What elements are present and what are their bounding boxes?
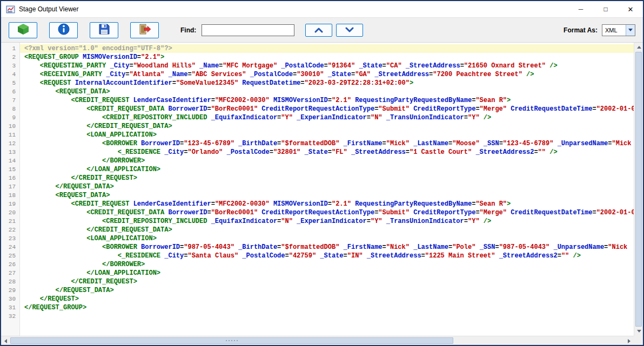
- xml-editor: 1234567891011121314151617181920212223242…: [1, 43, 634, 336]
- stage-output-viewer-window: Stage Output Viewer ─ □ ✕: [0, 0, 644, 346]
- code-line[interactable]: </REQUEST>: [20, 295, 634, 303]
- code-line[interactable]: <REQUESTING_PARTY _City="Woodland Hills"…: [20, 62, 634, 70]
- scroll-up-button[interactable]: [634, 43, 643, 52]
- line-number: 24: [1, 243, 16, 252]
- code-line[interactable]: [20, 312, 634, 321]
- line-number: 5: [1, 79, 16, 87]
- line-number: 13: [1, 148, 16, 157]
- code-line[interactable]: </CREDIT_REQUEST_DATA>: [20, 122, 634, 131]
- code-line[interactable]: </LOAN_APPLICATION>: [20, 165, 634, 174]
- window-controls: ─ □ ✕: [568, 1, 643, 17]
- line-number: 14: [1, 157, 16, 165]
- format-as-value: XML: [602, 25, 626, 36]
- line-number: 21: [1, 217, 16, 226]
- line-number: 9: [1, 113, 16, 122]
- code-line[interactable]: <CREDIT_REQUEST LenderCaseIdentifier="MF…: [20, 96, 634, 105]
- line-number: 26: [1, 260, 16, 269]
- code-line[interactable]: <CREDIT_REPOSITORY_INCLUDED _EquifaxIndi…: [20, 113, 634, 122]
- line-number: 27: [1, 269, 16, 277]
- code-line[interactable]: <CREDIT_REQUEST_DATA BorrowerID="BorRec0…: [20, 105, 634, 113]
- horizontal-scrollbar[interactable]: [1, 336, 634, 345]
- exit-button[interactable]: [130, 22, 159, 38]
- scroll-left-button[interactable]: [1, 336, 10, 345]
- app-icon: [6, 5, 15, 14]
- code-line[interactable]: </BORROWER>: [20, 260, 634, 269]
- window-title: Stage Output Viewer: [19, 5, 79, 13]
- line-number: 29: [1, 286, 16, 295]
- info-icon: [57, 23, 70, 38]
- minimize-button[interactable]: ─: [568, 1, 593, 17]
- code-line[interactable]: <_RESIDENCE _City="Santa Claus" _PostalC…: [20, 252, 634, 260]
- code-line[interactable]: </REQUEST_GROUP>: [20, 303, 634, 312]
- save-icon: [98, 23, 110, 37]
- code-area[interactable]: <?xml version="1.0" encoding="UTF-8"?><R…: [20, 43, 634, 336]
- line-number: 10: [1, 122, 16, 131]
- title-bar: Stage Output Viewer ─ □ ✕: [1, 1, 643, 17]
- code-line[interactable]: </CREDIT_REQUEST>: [20, 174, 634, 182]
- line-number: 22: [1, 226, 16, 234]
- scroll-right-button[interactable]: [625, 336, 634, 345]
- find-next-button[interactable]: [336, 24, 363, 37]
- line-number: 32: [1, 312, 16, 321]
- code-line[interactable]: </REQUEST_DATA>: [20, 286, 634, 295]
- horizontal-scrollbar-thumb[interactable]: [10, 337, 453, 344]
- find-input[interactable]: [202, 24, 294, 36]
- code-line[interactable]: <LOAN_APPLICATION>: [20, 131, 634, 139]
- package-icon: [17, 23, 30, 37]
- find-label: Find:: [180, 26, 196, 34]
- line-number: 25: [1, 252, 16, 260]
- save-button[interactable]: [90, 22, 118, 38]
- code-line[interactable]: </LOAN_APPLICATION>: [20, 269, 634, 277]
- line-number: 28: [1, 277, 16, 286]
- scroll-down-button[interactable]: [634, 327, 643, 336]
- editor-content: 1234567891011121314151617181920212223242…: [1, 43, 643, 345]
- line-number: 15: [1, 165, 16, 174]
- info-button[interactable]: [49, 22, 78, 38]
- code-line[interactable]: <REQUEST_DATA>: [20, 87, 634, 96]
- code-line[interactable]: </CREDIT_REQUEST_DATA>: [20, 226, 634, 234]
- code-line[interactable]: <REQUEST_DATA>: [20, 191, 634, 200]
- exit-door-icon: [138, 23, 151, 37]
- line-number: 3: [1, 62, 16, 70]
- line-number: 7: [1, 96, 16, 105]
- line-number: 6: [1, 87, 16, 96]
- line-number: 12: [1, 139, 16, 148]
- line-number: 4: [1, 70, 16, 79]
- toolbar: Find: Format As: XML: [1, 17, 643, 43]
- chevron-up-icon: [314, 25, 324, 35]
- load-button[interactable]: [9, 22, 37, 38]
- code-line[interactable]: <?xml version="1.0" encoding="UTF-8"?>: [20, 44, 634, 53]
- code-line[interactable]: </BORROWER>: [20, 157, 634, 165]
- code-line[interactable]: <_RESIDENCE _City="Orlando" _PostalCode=…: [20, 148, 634, 157]
- code-line[interactable]: </REQUEST_DATA>: [20, 182, 634, 191]
- dropdown-arrow-icon[interactable]: [626, 25, 635, 36]
- code-line[interactable]: <REQUEST InternalAccountIdentifier="Some…: [20, 79, 634, 87]
- code-line[interactable]: <BORROWER BorrowerID="123-45-6789" _Birt…: [20, 139, 634, 148]
- scrollbar-corner: [634, 336, 643, 345]
- line-numbers: 1234567891011121314151617181920212223242…: [1, 43, 20, 336]
- chevron-down-icon: [345, 25, 354, 35]
- code-line[interactable]: <RECEIVING_PARTY _City="Atlanta" _Name="…: [20, 70, 634, 79]
- vertical-scrollbar-thumb[interactable]: [635, 52, 642, 327]
- line-number: 18: [1, 191, 16, 200]
- line-number: 17: [1, 182, 16, 191]
- vertical-scrollbar[interactable]: [634, 43, 643, 336]
- code-line[interactable]: <CREDIT_REPOSITORY_INCLUDED _EquifaxIndi…: [20, 217, 634, 226]
- code-line[interactable]: <REQUEST_GROUP MISMOVersionID="2.1">: [20, 53, 634, 62]
- find-previous-button[interactable]: [305, 24, 332, 37]
- format-as-label: Format As:: [564, 26, 598, 34]
- line-number: 31: [1, 303, 16, 312]
- close-button[interactable]: ✕: [618, 1, 643, 17]
- format-as-dropdown[interactable]: XML: [602, 24, 635, 36]
- code-line[interactable]: </CREDIT_REQUEST>: [20, 277, 634, 286]
- line-number: 1: [1, 44, 16, 53]
- code-line[interactable]: <CREDIT_REQUEST_DATA BorrowerID="BorRec0…: [20, 208, 634, 217]
- line-number: 20: [1, 208, 16, 217]
- line-number: 30: [1, 295, 16, 303]
- line-number: 2: [1, 53, 16, 62]
- code-line[interactable]: <BORROWER BorrowerID="987-05-4043" _Birt…: [20, 243, 634, 252]
- code-line[interactable]: <CREDIT_REQUEST LenderCaseIdentifier="MF…: [20, 200, 634, 208]
- maximize-button[interactable]: □: [593, 1, 618, 17]
- code-line[interactable]: <LOAN_APPLICATION>: [20, 234, 634, 243]
- line-number: 16: [1, 174, 16, 182]
